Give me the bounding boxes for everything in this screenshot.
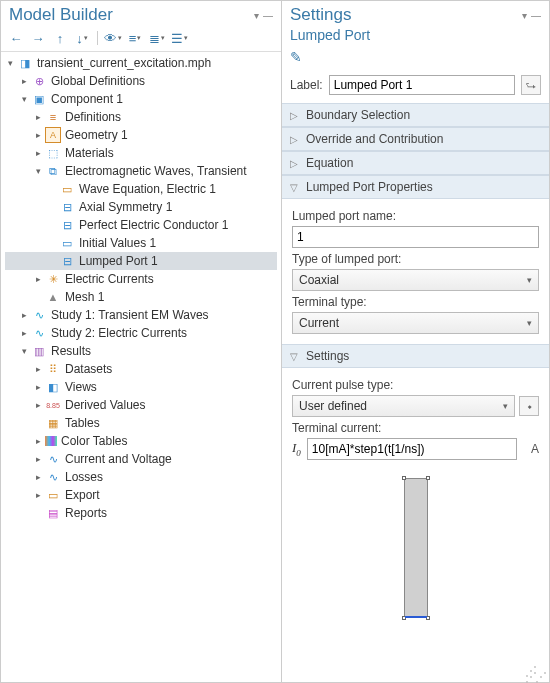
expand-toggle-icon[interactable]: ▸	[19, 328, 29, 338]
expand-toggle-icon[interactable]: ▸	[33, 400, 43, 410]
nav-back-button[interactable]: ←	[7, 29, 25, 47]
selected-boundary-edge	[405, 616, 427, 618]
port-type-select[interactable]: Coaxial	[292, 269, 539, 291]
section-boundary-selection[interactable]: ▷ Boundary Selection	[282, 103, 549, 127]
tree-item-label: Global Definitions	[49, 74, 145, 88]
expand-toggle-icon[interactable]: ▸	[33, 274, 43, 284]
expand-toggle-icon[interactable]: ▸	[33, 148, 43, 158]
terminal-current-input[interactable]	[307, 438, 517, 460]
views-node[interactable]: ▸◧Views	[5, 378, 277, 396]
expand-toggle-icon[interactable]: ▾	[19, 94, 29, 104]
pec-node[interactable]: ⊟Perfect Electric Conductor 1	[5, 216, 277, 234]
tree-options-button[interactable]: ☰	[170, 29, 188, 47]
tree-item-label: Datasets	[63, 362, 112, 376]
expand-toggle-icon[interactable]: ▸	[33, 472, 43, 482]
panel-minimize-icon[interactable]: —	[263, 10, 273, 21]
expand-toggle-icon[interactable]: ▸	[33, 436, 43, 446]
definitions-node[interactable]: ▸≡Definitions	[5, 108, 277, 126]
tree-item-icon: ⊕	[31, 73, 47, 89]
terminal-type-select[interactable]: Current	[292, 312, 539, 334]
derived-values-node[interactable]: ▸8.85Derived Values	[5, 396, 277, 414]
pulse-type-select[interactable]: User defined	[292, 395, 515, 417]
nav-forward-button[interactable]: →	[29, 29, 47, 47]
section-equation[interactable]: ▷ Equation	[282, 151, 549, 175]
settings-body: Current pulse type: User defined ⬥ Termi…	[282, 368, 549, 470]
pulse-config-button[interactable]: ⬥	[519, 396, 539, 416]
reports-node[interactable]: ▤Reports	[5, 504, 277, 522]
geometry-node[interactable]: ▸AGeometry 1	[5, 126, 277, 144]
expand-toggle-icon[interactable]: ▸	[33, 454, 43, 464]
panel-menu-icon[interactable]: ▾	[254, 10, 259, 21]
panel-minimize-icon[interactable]: —	[531, 10, 541, 21]
results-node[interactable]: ▾▥Results	[5, 342, 277, 360]
tree-item-icon	[45, 436, 57, 446]
geometry-preview-shape	[404, 478, 428, 618]
edit-icon[interactable]: ✎	[290, 49, 302, 65]
chevron-right-icon: ▷	[290, 134, 302, 145]
port-type-label: Type of lumped port:	[292, 252, 539, 266]
physics-emw-node[interactable]: ▾⧉Electromagnetic Waves, Transient	[5, 162, 277, 180]
pulse-type-label: Current pulse type:	[292, 378, 539, 392]
initial-values-node[interactable]: ▭Initial Values 1	[5, 234, 277, 252]
expand-toggle-icon[interactable]: ▸	[33, 490, 43, 500]
electric-currents-node[interactable]: ▸✳Electric Currents	[5, 270, 277, 288]
show-menu-button[interactable]: 👁	[104, 29, 122, 47]
lumped-port-node[interactable]: ⊟Lumped Port 1	[5, 252, 277, 270]
nav-up-button[interactable]: ↑	[51, 29, 69, 47]
root-node[interactable]: ▾◨transient_current_excitation.mph	[5, 54, 277, 72]
terminal-current-label: Terminal current:	[292, 421, 539, 435]
collapse-menu-button[interactable]: ≡	[126, 29, 144, 47]
global-definitions-node[interactable]: ▸⊕Global Definitions	[5, 72, 277, 90]
expand-toggle-icon[interactable]: ▸	[33, 130, 43, 140]
tables-node[interactable]: ▦Tables	[5, 414, 277, 432]
component-node[interactable]: ▾▣Component 1	[5, 90, 277, 108]
mesh-node[interactable]: ▲Mesh 1	[5, 288, 277, 306]
tree-item-icon: ≡	[45, 109, 61, 125]
current-voltage-node[interactable]: ▸∿Current and Voltage	[5, 450, 277, 468]
tree-item-icon: ▤	[45, 505, 61, 521]
tree-item-icon: ∿	[45, 469, 61, 485]
expand-toggle-icon[interactable]: ▾	[5, 58, 15, 68]
port-name-input[interactable]	[292, 226, 539, 248]
label-caption: Label:	[290, 78, 323, 92]
nav-down-button[interactable]: ↓	[73, 29, 91, 47]
expand-toggle-icon[interactable]: ▸	[19, 76, 29, 86]
geometry-preview[interactable]: ⋰⋰⋰	[282, 470, 549, 682]
axial-symmetry-node[interactable]: ⊟Axial Symmetry 1	[5, 198, 277, 216]
tree-item-icon: ∿	[31, 307, 47, 323]
model-builder-title: Model Builder	[9, 5, 254, 25]
expand-toggle-icon[interactable]: ▾	[19, 346, 29, 356]
expand-menu-button[interactable]: ≣	[148, 29, 166, 47]
tree-item-label: Materials	[63, 146, 114, 160]
study2-node[interactable]: ▸∿Study 2: Electric Currents	[5, 324, 277, 342]
settings-title: Settings	[290, 5, 522, 25]
tree-item-icon: A	[45, 127, 61, 143]
color-tables-node[interactable]: ▸Color Tables	[5, 432, 277, 450]
panel-menu-icon[interactable]: ▾	[522, 10, 527, 21]
expand-toggle-icon[interactable]: ▸	[33, 382, 43, 392]
export-node[interactable]: ▸▭Export	[5, 486, 277, 504]
section-lumped-port-properties[interactable]: ▽ Lumped Port Properties	[282, 175, 549, 199]
tree-item-icon: ▦	[45, 415, 61, 431]
label-input[interactable]	[329, 75, 515, 95]
study1-node[interactable]: ▸∿Study 1: Transient EM Waves	[5, 306, 277, 324]
section-settings[interactable]: ▽ Settings	[282, 344, 549, 368]
goto-source-button[interactable]: ⮑	[521, 75, 541, 95]
tree-item-icon: ▭	[59, 235, 75, 251]
datasets-node[interactable]: ▸⠿Datasets	[5, 360, 277, 378]
expand-toggle-icon[interactable]: ▸	[33, 364, 43, 374]
expand-toggle-icon[interactable]: ▸	[19, 310, 29, 320]
model-tree[interactable]: ▾◨transient_current_excitation.mph▸⊕Glob…	[1, 52, 281, 682]
section-override-contribution[interactable]: ▷ Override and Contribution	[282, 127, 549, 151]
resize-grip-icon[interactable]: ⋰⋰⋰	[525, 668, 545, 680]
losses-node[interactable]: ▸∿Losses	[5, 468, 277, 486]
wave-equation-node[interactable]: ▭Wave Equation, Electric 1	[5, 180, 277, 198]
tree-item-icon: ◧	[45, 379, 61, 395]
expand-toggle-icon[interactable]: ▸	[33, 112, 43, 122]
tree-item-label: Losses	[63, 470, 103, 484]
tree-item-label: Electric Currents	[63, 272, 154, 286]
materials-node[interactable]: ▸⬚Materials	[5, 144, 277, 162]
chevron-right-icon: ▷	[290, 110, 302, 121]
tree-item-icon: ◨	[17, 55, 33, 71]
expand-toggle-icon[interactable]: ▾	[33, 166, 43, 176]
